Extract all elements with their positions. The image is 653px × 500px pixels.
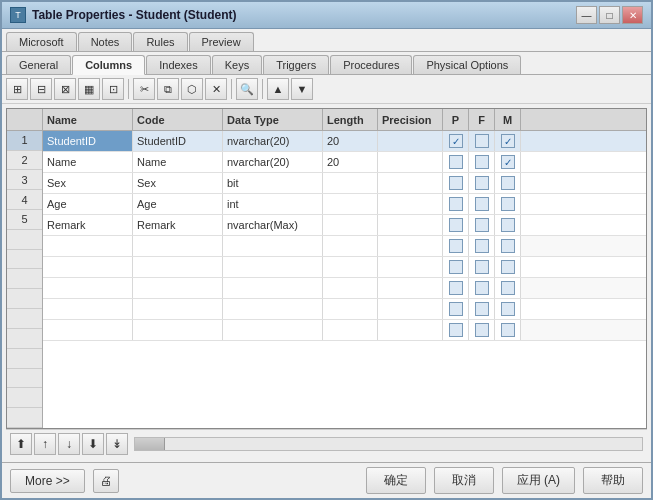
cell-len-5[interactable]: [323, 215, 378, 235]
up-button[interactable]: ▲: [267, 78, 289, 100]
tab-general[interactable]: General: [6, 55, 71, 74]
move-last-button[interactable]: ↡: [106, 433, 128, 455]
tab-procedures[interactable]: Procedures: [330, 55, 412, 74]
move-to-start-button[interactable]: ⬆: [10, 433, 32, 455]
copy-button[interactable]: ⧉: [157, 78, 179, 100]
checkbox-f-4[interactable]: [475, 197, 489, 211]
row-header-2[interactable]: 2: [7, 151, 42, 171]
more-button[interactable]: More >>: [10, 469, 85, 493]
cell-p-3[interactable]: [443, 173, 469, 193]
cell-len-3[interactable]: [323, 173, 378, 193]
cell-f-3[interactable]: [469, 173, 495, 193]
down-button[interactable]: ▼: [291, 78, 313, 100]
row-header-1[interactable]: 1: [7, 131, 42, 151]
minimize-button[interactable]: —: [576, 6, 597, 24]
row-header-5[interactable]: 5: [7, 210, 42, 230]
table-row[interactable]: Remark Remark nvarchar(Max): [43, 215, 646, 236]
cell-p-2[interactable]: [443, 152, 469, 172]
cell-name-2[interactable]: Name: [43, 152, 133, 172]
tab-physical-options[interactable]: Physical Options: [413, 55, 521, 74]
checkbox-m-4[interactable]: [501, 197, 515, 211]
cell-p-1[interactable]: [443, 131, 469, 151]
cell-type-5[interactable]: nvarchar(Max): [223, 215, 323, 235]
table-row[interactable]: [43, 257, 646, 278]
maximize-button[interactable]: □: [599, 6, 620, 24]
cell-code-2[interactable]: Name: [133, 152, 223, 172]
tab-indexes[interactable]: Indexes: [146, 55, 211, 74]
cell-p-4[interactable]: [443, 194, 469, 214]
cell-f-1[interactable]: [469, 131, 495, 151]
cell-type-1[interactable]: nvarchar(20): [223, 131, 323, 151]
tab-microsoft[interactable]: Microsoft: [6, 32, 77, 51]
checkbox-m-2[interactable]: [501, 155, 515, 169]
row-header-4[interactable]: 4: [7, 190, 42, 210]
table-row[interactable]: Name Name nvarchar(20) 20: [43, 152, 646, 173]
table-row[interactable]: Age Age int: [43, 194, 646, 215]
cut-button[interactable]: ✂: [133, 78, 155, 100]
checkbox-f-1[interactable]: [475, 134, 489, 148]
cell-f-4[interactable]: [469, 194, 495, 214]
checkbox-p-2[interactable]: [449, 155, 463, 169]
tab-rules[interactable]: Rules: [133, 32, 187, 51]
insert-button[interactable]: ⊟: [30, 78, 52, 100]
confirm-button[interactable]: 确定: [366, 467, 426, 494]
table-row[interactable]: StudentID StudentID nvarchar(20) 20: [43, 131, 646, 152]
cell-f-2[interactable]: [469, 152, 495, 172]
table-row[interactable]: Sex Sex bit: [43, 173, 646, 194]
row-header-3[interactable]: 3: [7, 170, 42, 190]
cell-len-4[interactable]: [323, 194, 378, 214]
paste-button[interactable]: ⬡: [181, 78, 203, 100]
checkbox-f-3[interactable]: [475, 176, 489, 190]
checkbox-m-5[interactable]: [501, 218, 515, 232]
checkbox-p-4[interactable]: [449, 197, 463, 211]
tab-columns[interactable]: Columns: [72, 55, 145, 75]
scrollbar-thumb[interactable]: [135, 438, 165, 450]
cell-type-2[interactable]: nvarchar(20): [223, 152, 323, 172]
cell-name-4[interactable]: Age: [43, 194, 133, 214]
table-row[interactable]: [43, 320, 646, 341]
tab-triggers[interactable]: Triggers: [263, 55, 329, 74]
apply-button[interactable]: 应用 (A): [502, 467, 575, 494]
tab-notes[interactable]: Notes: [78, 32, 133, 51]
tab-keys[interactable]: Keys: [212, 55, 262, 74]
cell-type-4[interactable]: int: [223, 194, 323, 214]
horizontal-scrollbar[interactable]: [134, 437, 643, 451]
cell-name-3[interactable]: Sex: [43, 173, 133, 193]
properties-button[interactable]: ⊡: [102, 78, 124, 100]
print-button[interactable]: 🖨: [93, 469, 119, 493]
checkbox-p-5[interactable]: [449, 218, 463, 232]
move-down-one-button[interactable]: ↓: [58, 433, 80, 455]
checkbox-m-3[interactable]: [501, 176, 515, 190]
new-row-button[interactable]: ⊞: [6, 78, 28, 100]
table-row[interactable]: [43, 278, 646, 299]
checkbox-f-5[interactable]: [475, 218, 489, 232]
cell-m-1[interactable]: [495, 131, 521, 151]
cell-code-5[interactable]: Remark: [133, 215, 223, 235]
close-button[interactable]: ✕: [622, 6, 643, 24]
find-button[interactable]: 🔍: [236, 78, 258, 100]
checkbox-p-1[interactable]: [449, 134, 463, 148]
grid-button[interactable]: ▦: [78, 78, 100, 100]
cell-code-3[interactable]: Sex: [133, 173, 223, 193]
move-up-one-button[interactable]: ↑: [34, 433, 56, 455]
table-row[interactable]: [43, 299, 646, 320]
cell-m-4[interactable]: [495, 194, 521, 214]
cell-code-4[interactable]: Age: [133, 194, 223, 214]
cell-name-1[interactable]: StudentID: [43, 131, 133, 151]
cell-m-3[interactable]: [495, 173, 521, 193]
checkbox-m-1[interactable]: [501, 134, 515, 148]
cell-prec-2[interactable]: [378, 152, 443, 172]
help-button[interactable]: 帮助: [583, 467, 643, 494]
cell-prec-1[interactable]: [378, 131, 443, 151]
checkbox-f-2[interactable]: [475, 155, 489, 169]
cell-m-2[interactable]: [495, 152, 521, 172]
cell-len-1[interactable]: 20: [323, 131, 378, 151]
cell-prec-3[interactable]: [378, 173, 443, 193]
table-row[interactable]: [43, 236, 646, 257]
cell-prec-4[interactable]: [378, 194, 443, 214]
cell-name-5[interactable]: Remark: [43, 215, 133, 235]
tab-preview[interactable]: Preview: [189, 32, 254, 51]
cell-p-5[interactable]: [443, 215, 469, 235]
cell-code-1[interactable]: StudentID: [133, 131, 223, 151]
cell-m-5[interactable]: [495, 215, 521, 235]
